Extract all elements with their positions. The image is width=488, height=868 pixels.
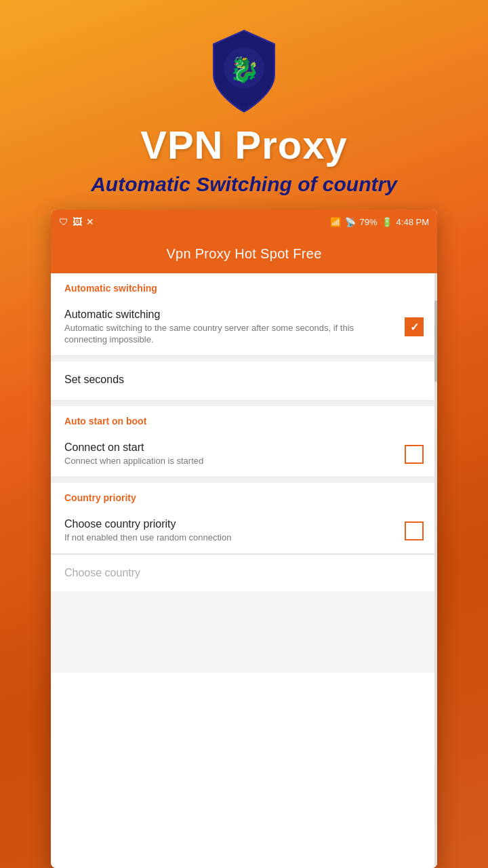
auto-switch-item[interactable]: Automatic switching Automatic switching … (51, 299, 437, 356)
connect-on-start-text: Connect on start Connect when applicatio… (64, 441, 405, 467)
phone-frame: 🛡 🖼 ✕ 📶 📡 79% 🔋 4:48 PM Vpn Proxy Hot Sp… (51, 210, 437, 868)
svg-text:🐉: 🐉 (229, 55, 260, 84)
connect-on-start-desc: Connect when application is started (64, 456, 394, 467)
app-subtitle: Automatic Switching of country (64, 173, 424, 196)
section-header-country: Country priority (51, 483, 437, 509)
divider-2 (51, 401, 437, 406)
auto-switch-desc: Automatic switching to the same country … (64, 323, 394, 346)
scrollbar-thumb[interactable] (434, 300, 437, 382)
app-logo: 🐉 (207, 27, 281, 115)
auto-switch-title: Automatic switching (64, 309, 394, 321)
time-display: 4:48 PM (396, 217, 429, 227)
section-header-auto-boot: Auto start on boot (51, 406, 437, 432)
country-priority-title: Choose country priority (64, 518, 394, 530)
status-bar-left: 🛡 🖼 ✕ (59, 216, 94, 227)
choose-country-item[interactable]: Choose country (51, 555, 437, 591)
set-seconds-item[interactable]: Set seconds (51, 361, 437, 401)
connect-on-start-title: Connect on start (64, 441, 394, 454)
battery-percent: 79% (360, 217, 378, 227)
divider-3 (51, 477, 437, 483)
shield-status-icon: 🛡 (59, 216, 68, 227)
country-priority-desc: If not enabled then use random connectio… (64, 532, 394, 544)
section-header-auto-switch: Automatic switching (51, 273, 437, 299)
app-toolbar: Vpn Proxy Hot Spot Free (51, 234, 437, 273)
auto-switch-checkbox[interactable] (405, 317, 424, 336)
scrollbar-track[interactable] (434, 273, 437, 868)
country-priority-checkbox[interactable] (405, 521, 424, 540)
divider-1 (51, 356, 437, 361)
close-status-icon: ✕ (86, 216, 94, 227)
connect-on-start-item[interactable]: Connect on start Connect when applicatio… (51, 432, 437, 477)
choose-country-placeholder: Choose country (64, 567, 140, 578)
settings-content[interactable]: Automatic switching Automatic switching … (51, 273, 437, 868)
country-priority-text: Choose country priority If not enabled t… (64, 518, 405, 544)
status-bar-right: 📶 📡 79% 🔋 4:48 PM (330, 217, 429, 227)
toolbar-title: Vpn Proxy Hot Spot Free (166, 246, 321, 262)
connect-on-start-checkbox[interactable] (405, 445, 424, 464)
image-status-icon: 🖼 (73, 216, 82, 227)
set-seconds-title: Set seconds (64, 374, 424, 386)
battery-icon: 🔋 (382, 217, 392, 227)
app-title: VPN Proxy (140, 122, 348, 167)
signal-icon: 📡 (345, 217, 356, 227)
country-priority-item[interactable]: Choose country priority If not enabled t… (51, 509, 437, 554)
wifi-icon: 📶 (330, 217, 341, 227)
auto-switch-text: Automatic switching Automatic switching … (64, 309, 405, 346)
divider-5 (51, 591, 437, 673)
top-section: 🐉 VPN Proxy Automatic Switching of count… (0, 0, 488, 210)
status-bar: 🛡 🖼 ✕ 📶 📡 79% 🔋 4:48 PM (51, 210, 437, 234)
